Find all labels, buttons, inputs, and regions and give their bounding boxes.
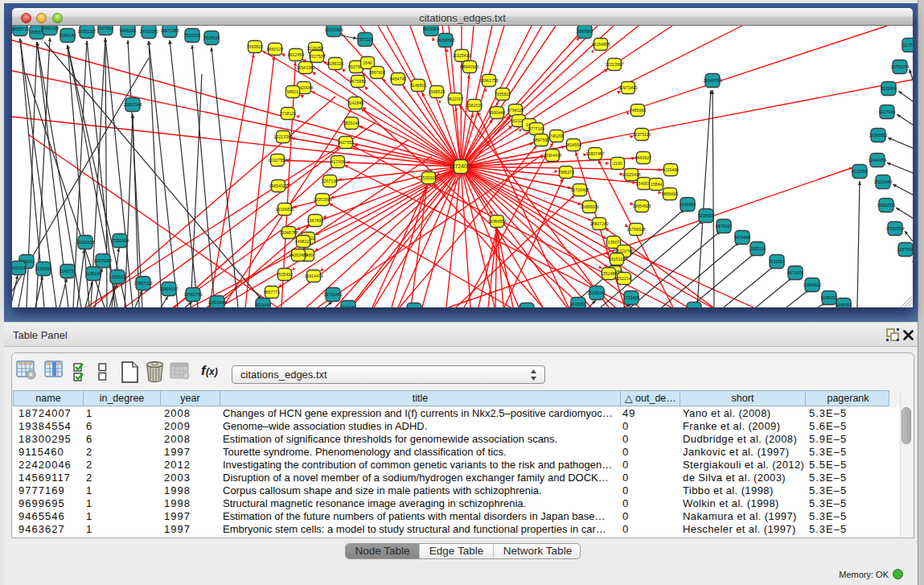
svg-text:2087682: 2087682 [577, 29, 593, 34]
svg-text:2867608: 2867608 [369, 70, 385, 75]
svg-text:19166825: 19166825 [275, 207, 294, 212]
svg-text:16671385: 16671385 [160, 28, 179, 33]
svg-text:8245032: 8245032 [686, 307, 702, 307]
svg-text:1362635: 1362635 [466, 103, 483, 108]
svg-text:8990448: 8990448 [489, 110, 505, 115]
svg-text:18055721: 18055721 [12, 27, 30, 31]
svg-text:7515526: 7515526 [184, 33, 200, 38]
svg-text:1367834: 1367834 [307, 218, 323, 223]
svg-text:11325419: 11325419 [453, 53, 471, 58]
svg-text:8186328: 8186328 [327, 61, 343, 66]
svg-text:20053346: 20053346 [123, 102, 142, 107]
svg-text:12975115: 12975115 [633, 132, 651, 137]
svg-text:20691406: 20691406 [40, 26, 59, 31]
svg-text:13567: 13567 [608, 240, 620, 245]
svg-text:1546: 1546 [363, 60, 372, 65]
svg-text:2069140: 2069140 [60, 33, 76, 38]
svg-text:7663822: 7663822 [247, 44, 263, 49]
svg-text:8427552: 8427552 [338, 140, 354, 145]
svg-text:6466160: 6466160 [120, 28, 136, 33]
svg-text:15692971: 15692971 [877, 203, 895, 208]
svg-text:10807487: 10807487 [585, 151, 604, 156]
svg-text:3822037: 3822037 [447, 97, 463, 101]
svg-text:9245051: 9245051 [570, 302, 586, 307]
svg-text:9327509: 9327509 [309, 54, 325, 59]
svg-text:2718126: 2718126 [280, 111, 296, 116]
svg-text:18724007: 18724007 [449, 163, 473, 169]
svg-text:14093489: 14093489 [289, 253, 307, 257]
svg-text:5938923: 5938923 [698, 213, 714, 218]
svg-text:16648784: 16648784 [703, 78, 721, 83]
svg-text:3242848: 3242848 [347, 101, 363, 105]
svg-text:9245052: 9245052 [836, 303, 852, 307]
svg-text:10975857: 10975857 [93, 258, 112, 263]
svg-text:16914479: 16914479 [304, 274, 322, 278]
svg-text:417006: 417006 [331, 159, 344, 164]
svg-text:98901: 98901 [287, 89, 299, 94]
svg-text:3824554: 3824554 [565, 142, 581, 147]
svg-text:1527602: 1527602 [97, 26, 113, 31]
svg-text:7515526: 7515526 [203, 35, 220, 40]
svg-text:20206518: 20206518 [76, 240, 94, 245]
svg-text:252214: 252214 [617, 276, 630, 281]
svg-text:12093852: 12093852 [869, 133, 887, 138]
svg-text:12444154: 12444154 [868, 158, 886, 163]
svg-text:7986372: 7986372 [558, 170, 574, 175]
svg-text:7357224: 7357224 [357, 37, 373, 42]
svg-text:9657771: 9657771 [264, 290, 280, 295]
svg-text:1615112: 1615112 [609, 257, 625, 262]
svg-text:10756928: 10756928 [626, 227, 645, 232]
svg-text:9245052: 9245052 [821, 295, 837, 300]
svg-text:9329966: 9329966 [881, 86, 897, 91]
svg-text:16961758: 16961758 [479, 78, 498, 83]
svg-text:10046788: 10046788 [279, 230, 298, 235]
svg-text:9146821: 9146821 [410, 83, 426, 88]
svg-text:9899695: 9899695 [662, 192, 678, 196]
svg-text:9115460: 9115460 [663, 167, 679, 172]
svg-text:8660128: 8660128 [267, 47, 283, 51]
svg-text:20364436: 20364436 [543, 153, 561, 158]
svg-text:19384554: 19384554 [487, 219, 506, 224]
svg-text:16055267: 16055267 [77, 29, 96, 34]
svg-text:(x): (x) [206, 366, 218, 377]
svg-text:10958107: 10958107 [159, 286, 178, 291]
svg-text:2803144: 2803144 [343, 121, 359, 126]
svg-text:6897568: 6897568 [533, 138, 549, 142]
svg-text:18807249: 18807249 [589, 221, 608, 226]
svg-text:8813054: 8813054 [423, 27, 439, 31]
svg-text:1352486: 1352486 [601, 271, 617, 276]
svg-text:8471676: 8471676 [787, 270, 803, 275]
svg-text:9227349: 9227349 [879, 109, 895, 114]
svg-text:18640910: 18640910 [460, 64, 478, 69]
svg-text:16782759: 16782759 [183, 292, 202, 297]
svg-text:8215955: 8215955 [852, 169, 868, 174]
svg-text:2530029: 2530029 [421, 175, 437, 180]
svg-text:2935114: 2935114 [749, 246, 766, 251]
svg-text:1242737: 1242737 [60, 269, 76, 274]
svg-text:2160: 2160 [613, 161, 622, 166]
svg-text:10025438: 10025438 [622, 172, 640, 177]
svg-text:1145194: 1145194 [85, 271, 101, 276]
svg-text:7485063: 7485063 [630, 108, 646, 113]
svg-text:1498221: 1498221 [295, 239, 311, 244]
svg-text:1250513: 1250513 [109, 274, 125, 279]
svg-text:12213369: 12213369 [273, 134, 292, 139]
svg-text:16210643: 16210643 [873, 179, 892, 184]
svg-text:746266: 746266 [549, 134, 563, 138]
svg-text:19654923: 19654923 [269, 183, 287, 188]
svg-text:8454749: 8454749 [390, 76, 406, 81]
svg-text:15720407: 15720407 [570, 187, 589, 192]
svg-text:7625402: 7625402 [277, 272, 293, 277]
svg-text:1156859: 1156859 [35, 266, 51, 271]
svg-text:6879197: 6879197 [716, 224, 732, 229]
svg-text:13353594: 13353594 [313, 197, 331, 202]
svg-text:6794028: 6794028 [507, 108, 524, 113]
svg-text:19218506: 19218506 [436, 38, 454, 43]
svg-text:10973493: 10973493 [618, 85, 637, 90]
svg-text:1167534: 1167534 [897, 247, 913, 252]
svg-text:16543382: 16543382 [296, 65, 314, 70]
svg-text:1640954: 1640954 [680, 202, 696, 207]
svg-text:9474444: 9474444 [734, 235, 750, 240]
svg-text:15136141: 15136141 [587, 290, 606, 295]
svg-text:939154: 939154 [12, 266, 26, 270]
